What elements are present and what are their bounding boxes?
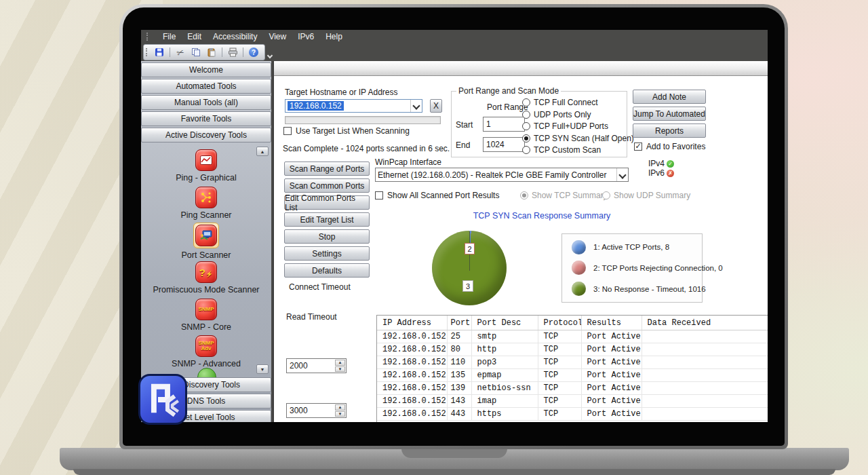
save-icon[interactable] <box>153 46 166 58</box>
print-icon[interactable] <box>226 46 239 58</box>
clear-target-button[interactable]: X <box>430 99 442 113</box>
end-port-input[interactable]: 1024 <box>483 137 525 152</box>
snmp-badge-icon: SNMP <box>195 299 217 320</box>
scan-mode-radio[interactable]: TCP Full+UDP Ports <box>522 121 634 131</box>
tool-label: Port Scanner <box>182 250 231 260</box>
sidebar-tool-port-scanner[interactable]: Port Scanner <box>141 223 271 260</box>
toolbar-separator <box>243 48 243 57</box>
table-row[interactable]: 192.168.0.152 139 netbios-ssn TCP Port A… <box>377 382 768 395</box>
sidebar-tool-snmp-advanced[interactable]: SNMPAdv SNMP - Advanced <box>141 335 271 368</box>
action-button[interactable]: Stop <box>284 229 370 244</box>
legend-swatch-icon <box>572 282 586 296</box>
main-top-strip <box>274 61 768 76</box>
laptop-notch <box>401 448 507 458</box>
action-button[interactable]: Jump To Automated <box>633 107 706 121</box>
spin-up-icon[interactable]: ▲ <box>335 360 345 366</box>
read-timeout-label: Read Timeout <box>286 312 337 322</box>
sidebar-category-button[interactable]: Welcome <box>141 62 271 77</box>
winpcap-combobox[interactable]: Ethernet (192.168.0.205) - Realtek PCIe … <box>375 168 629 182</box>
show-udp-summary-radio[interactable]: Show UDP Summary <box>602 191 690 200</box>
ipv6-status: IPv6✗ <box>648 168 674 178</box>
pie-label-3: 3 <box>462 280 473 292</box>
tool-label: SNMP - Core <box>181 322 231 332</box>
chevron-down-icon[interactable] <box>410 100 422 112</box>
radio-icon <box>522 134 530 142</box>
scan-mode-radio[interactable]: TCP SYN Scan (Half Open) <box>522 134 634 143</box>
table-row[interactable]: 192.168.0.152 143 imap TCP Port Active <box>377 395 768 408</box>
table-row[interactable]: 192.168.0.152 25 smtp TCP Port Active <box>377 330 768 343</box>
menu-item[interactable]: Edit <box>187 32 201 41</box>
column-header[interactable]: Port <box>447 316 471 330</box>
menu-item[interactable]: IPv6 <box>298 32 314 41</box>
scan-mode-radio[interactable]: TCP Full Connect <box>522 98 634 107</box>
legend-entry: 1: Active TCP Ports, 8 <box>562 240 702 254</box>
chart-title: TCP SYN Scan Response Summary <box>440 211 644 221</box>
spin-down-icon[interactable]: ▼ <box>335 366 345 373</box>
action-button[interactable]: Add Note <box>633 90 706 104</box>
column-header[interactable]: IP Address <box>377 316 447 330</box>
action-button[interactable]: Defaults <box>284 263 370 278</box>
target-combobox[interactable]: 192.168.0.152 <box>285 99 422 113</box>
sidebar-categories: WelcomeAutomated ToolsManual Tools (all)… <box>141 62 271 142</box>
scroll-down-icon[interactable]: ▼ <box>256 364 269 374</box>
menu-item[interactable]: Help <box>326 32 342 41</box>
action-button[interactable]: Settings <box>284 246 370 261</box>
action-button[interactable]: Scan Range of Ports <box>284 162 370 176</box>
toolbar-grip-icon <box>146 48 149 56</box>
spin-up-icon[interactable]: ▲ <box>335 404 345 411</box>
sidebar-category-button[interactable]: Manual Tools (all) <box>141 95 271 110</box>
table-row[interactable]: 192.168.0.152 135 epmap TCP Port Active <box>377 369 768 382</box>
laptop-base-shadow <box>73 469 835 475</box>
column-header[interactable]: Data Received <box>642 316 768 330</box>
action-button[interactable]: Edit Target List <box>284 212 370 227</box>
paste-icon[interactable] <box>205 46 218 58</box>
column-header[interactable]: Protocol <box>538 316 581 330</box>
winpcap-label: WinPcap Interface <box>375 157 441 167</box>
action-button[interactable]: Scan Common Ports <box>284 178 370 193</box>
read-timeout-spinner[interactable]: 3000 ▲▼ <box>286 403 347 418</box>
scan-mode-radios: TCP Full Connect UDP Ports Only TCP Full… <box>522 98 634 155</box>
show-tcp-summary-radio[interactable]: Show TCP Summary <box>520 191 608 200</box>
cut-icon[interactable]: ✂ <box>172 44 189 60</box>
computer-ports-icon <box>195 225 217 246</box>
column-header[interactable]: Results <box>581 316 642 330</box>
action-button[interactable]: Edit Common Ports List <box>284 195 370 210</box>
use-target-list-checkbox[interactable]: Use Target List When Scanning <box>283 126 410 136</box>
table-row[interactable]: 192.168.0.152 110 pop3 TCP Port Active <box>377 356 768 369</box>
radio-icon <box>602 191 610 200</box>
ipv4-ok-icon: ✓ <box>667 160 674 168</box>
radio-icon <box>522 98 530 107</box>
sidebar-tool-ping-scanner[interactable]: Ping Scanner <box>141 187 271 220</box>
menu-item[interactable]: File <box>163 32 176 41</box>
spin-down-icon[interactable]: ▼ <box>335 411 345 417</box>
action-button[interactable]: Reports <box>633 124 706 138</box>
copy-icon[interactable] <box>189 46 203 58</box>
help-icon[interactable]: ? <box>247 46 260 58</box>
end-label: End <box>456 140 470 150</box>
sidebar-tool-snmp-core[interactable]: SNMP SNMP - Core <box>141 299 271 332</box>
toolbar-overflow-icon[interactable] <box>267 47 273 58</box>
checkbox-icon <box>375 191 383 200</box>
connect-timeout-spinner[interactable]: 2000 ▲▼ <box>286 358 347 373</box>
show-all-results-checkbox[interactable]: Show All Scanned Port Results <box>375 191 499 200</box>
scan-mode-radio[interactable]: UDP Ports Only <box>522 110 634 119</box>
scan-action-buttons: Scan Range of PortsScan Common PortsEdit… <box>284 162 370 278</box>
table-row[interactable]: 192.168.0.152 443 https TCP Port Active <box>377 408 768 421</box>
menu-item[interactable]: Accessibility <box>213 32 257 41</box>
sidebar-category-button[interactable]: Active Discovery Tools <box>141 128 271 142</box>
sidebar-tool-ping-graphical[interactable]: Ping - Graphical <box>141 149 271 183</box>
radio-icon <box>522 146 530 154</box>
toolbar-separator <box>222 48 222 57</box>
legend-swatch-icon <box>572 240 586 254</box>
add-to-favorites-checkbox[interactable]: Add to Favorites <box>634 142 705 151</box>
tool-label: Ping - Graphical <box>176 173 237 183</box>
sidebar-category-button[interactable]: Favorite Tools <box>141 111 271 126</box>
menu-item[interactable]: View <box>269 32 286 41</box>
table-row[interactable]: 192.168.0.152 80 http TCP Port Active <box>377 343 768 356</box>
start-port-input[interactable]: 1 <box>483 117 525 132</box>
sidebar-tool-promiscuous[interactable]: ?⚡ Promiscuous Mode Scanner <box>141 261 271 294</box>
column-header[interactable]: Port Desc <box>471 316 538 330</box>
chevron-down-icon[interactable] <box>616 168 628 181</box>
sidebar-category-button[interactable]: Automated Tools <box>141 79 271 94</box>
scan-mode-radio[interactable]: TCP Custom Scan <box>522 145 634 155</box>
